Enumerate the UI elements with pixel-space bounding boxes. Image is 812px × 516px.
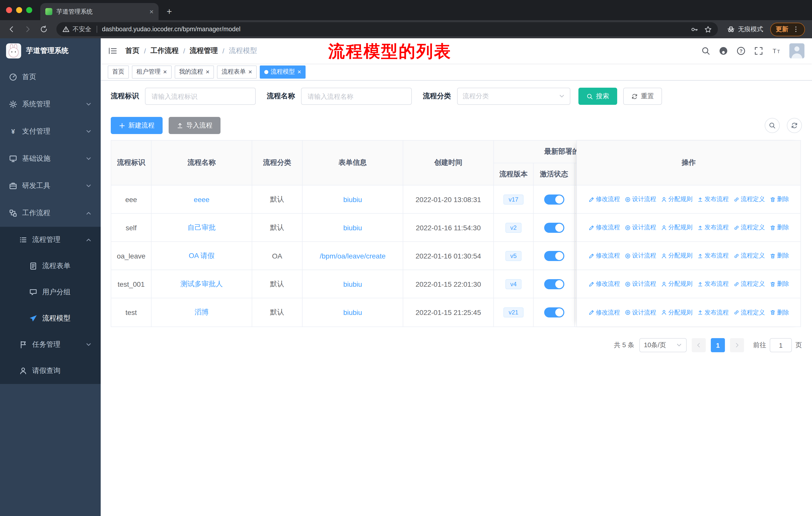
form-info-link[interactable]: biubiu <box>343 280 362 288</box>
model-name-link[interactable]: 自己审批 <box>187 223 216 232</box>
form-info-link[interactable]: biubiu <box>343 308 362 317</box>
github-icon[interactable] <box>719 46 728 55</box>
close-icon[interactable]: × <box>297 69 301 75</box>
tag-home[interactable]: 首页 <box>108 65 129 78</box>
font-size-icon[interactable]: TT <box>772 46 781 55</box>
active-toggle[interactable] <box>544 279 564 289</box>
sidebar-item-home[interactable]: 首页 <box>0 63 101 91</box>
sidebar-item-dev-tools[interactable]: 研发工具 <box>0 172 101 199</box>
action-modify[interactable]: 修改流程 <box>588 223 620 232</box>
action-modify[interactable]: 修改流程 <box>588 195 620 203</box>
active-toggle[interactable] <box>544 222 564 233</box>
zoom-window-button[interactable] <box>26 7 32 13</box>
browser-tab[interactable]: 芋道管理系统 × <box>40 3 158 20</box>
minimize-window-button[interactable] <box>16 7 22 13</box>
prev-page-button[interactable] <box>692 338 706 352</box>
sidebar-item-workflow[interactable]: 工作流程 <box>0 199 101 227</box>
tag-my-process[interactable]: 我的流程× <box>174 65 214 78</box>
import-process-button[interactable]: 导入流程 <box>169 117 221 134</box>
sidebar-item-process-form[interactable]: 流程表单 <box>0 253 101 279</box>
action-design[interactable]: 设计流程 <box>625 251 656 260</box>
fullscreen-icon[interactable] <box>754 46 763 55</box>
next-page-button[interactable] <box>730 338 744 352</box>
new-tab-button[interactable]: + <box>167 7 172 16</box>
back-button[interactable] <box>4 22 19 37</box>
page-size-select[interactable]: 10条/页 <box>639 338 687 352</box>
action-definition[interactable]: 流程定义 <box>733 195 765 203</box>
action-design[interactable]: 设计流程 <box>625 280 656 288</box>
app-logo[interactable]: 芋道管理系统 <box>0 38 101 63</box>
action-assign-rule[interactable]: 分配规则 <box>661 195 692 203</box>
reset-button[interactable]: 重置 <box>623 88 662 105</box>
tag-process-model[interactable]: 流程模型× <box>260 65 306 78</box>
action-modify[interactable]: 修改流程 <box>588 280 620 288</box>
action-publish[interactable]: 发布流程 <box>697 223 729 232</box>
tab-close-icon[interactable]: × <box>149 8 153 15</box>
close-icon[interactable]: × <box>206 69 209 75</box>
table-refresh-button[interactable] <box>787 118 802 133</box>
menu-dots-icon[interactable] <box>792 26 800 33</box>
close-window-button[interactable] <box>6 7 12 13</box>
form-info-link[interactable]: /bpm/oa/leave/create <box>320 252 386 260</box>
browser-update-chip[interactable]: 更新 <box>770 22 805 36</box>
tag-process-form[interactable]: 流程表单× <box>217 65 257 78</box>
sidebar-item-infrastructure[interactable]: 基础设施 <box>0 145 101 172</box>
action-publish[interactable]: 发布流程 <box>697 280 729 288</box>
user-avatar[interactable] <box>789 43 805 58</box>
model-name-link[interactable]: 测试多审批人 <box>180 279 223 289</box>
action-delete[interactable]: 删除 <box>770 308 789 317</box>
reload-button[interactable] <box>36 22 51 37</box>
page-1-button[interactable]: 1 <box>711 338 725 352</box>
bookmark-star-icon[interactable] <box>704 25 712 33</box>
action-assign-rule[interactable]: 分配规则 <box>661 223 692 232</box>
model-name-link[interactable]: OA 请假 <box>189 251 215 260</box>
search-icon[interactable] <box>701 46 710 55</box>
action-delete[interactable]: 删除 <box>770 195 789 203</box>
sidebar-item-user-group[interactable]: 用户分组 <box>0 279 101 305</box>
action-delete[interactable]: 删除 <box>770 280 789 288</box>
sidebar-item-leave-query[interactable]: 请假查询 <box>0 358 101 384</box>
sidebar-item-payment-management[interactable]: ¥支付管理 <box>0 118 101 145</box>
sidebar-item-system-management[interactable]: 系统管理 <box>0 91 101 118</box>
form-info-link[interactable]: biubiu <box>343 195 362 203</box>
breadcrumb-item-process-management[interactable]: 流程管理 <box>190 46 218 55</box>
action-delete[interactable]: 删除 <box>770 251 789 260</box>
action-design[interactable]: 设计流程 <box>625 223 656 232</box>
action-modify[interactable]: 修改流程 <box>588 251 620 260</box>
action-publish[interactable]: 发布流程 <box>697 251 729 260</box>
close-icon[interactable]: × <box>248 69 252 75</box>
breadcrumb-item-home[interactable]: 首页 <box>125 46 140 55</box>
sidebar-item-process-management[interactable]: 流程管理 <box>0 227 101 253</box>
create-process-button[interactable]: 新建流程 <box>111 117 163 134</box>
action-definition[interactable]: 流程定义 <box>733 251 765 260</box>
close-icon[interactable]: × <box>163 69 167 75</box>
process-id-input[interactable] <box>145 88 256 105</box>
address-bar[interactable]: 不安全 dashboard.yudao.iocoder.cn/bpm/manag… <box>56 22 718 36</box>
sidebar-item-process-model[interactable]: 流程模型 <box>0 305 101 332</box>
process-name-input[interactable] <box>301 88 412 105</box>
forward-button[interactable] <box>20 22 35 37</box>
tag-tenant-management[interactable]: 租户管理× <box>132 65 171 78</box>
help-icon[interactable]: ? <box>736 46 746 55</box>
goto-page-input[interactable] <box>770 338 792 352</box>
process-category-select[interactable]: 流程分类 <box>457 88 570 105</box>
action-modify[interactable]: 修改流程 <box>588 308 620 317</box>
action-publish[interactable]: 发布流程 <box>697 308 729 317</box>
sidebar-toggle-icon[interactable] <box>108 46 117 55</box>
key-icon[interactable] <box>691 25 698 33</box>
action-definition[interactable]: 流程定义 <box>733 280 765 288</box>
action-delete[interactable]: 删除 <box>770 223 789 232</box>
model-name-link[interactable]: eeee <box>194 195 209 203</box>
form-info-link[interactable]: biubiu <box>343 223 362 232</box>
active-toggle[interactable] <box>544 251 564 261</box>
table-search-button[interactable] <box>765 118 780 133</box>
sidebar-item-task-management[interactable]: 任务管理 <box>0 332 101 358</box>
action-assign-rule[interactable]: 分配规则 <box>661 251 692 260</box>
action-design[interactable]: 设计流程 <box>625 195 656 203</box>
action-assign-rule[interactable]: 分配规则 <box>661 280 692 288</box>
action-design[interactable]: 设计流程 <box>625 308 656 317</box>
active-toggle[interactable] <box>544 194 564 204</box>
action-assign-rule[interactable]: 分配规则 <box>661 308 692 317</box>
action-definition[interactable]: 流程定义 <box>733 308 765 317</box>
action-publish[interactable]: 发布流程 <box>697 195 729 203</box>
